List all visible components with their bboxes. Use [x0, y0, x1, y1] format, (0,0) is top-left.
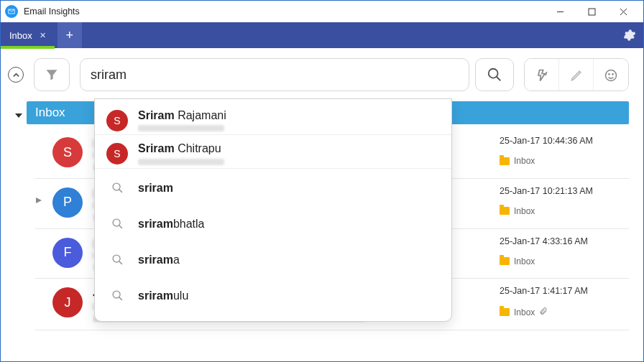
- search-area: [80, 58, 514, 91]
- suggestion-term[interactable]: srirambhatla: [95, 206, 451, 242]
- svg-marker-9: [15, 113, 22, 118]
- suggestion-text: sriramulu: [138, 289, 188, 302]
- suggestion-text: srirambhatla: [138, 218, 205, 231]
- section-collapse-toggle[interactable]: [15, 109, 22, 116]
- search-button[interactable]: [475, 58, 514, 91]
- folder-icon: [500, 257, 510, 265]
- content-area: Inbox S 25-Jan-17 10:44:36 AMInboxP t, o…: [1, 98, 643, 361]
- suggestion-subtext: [138, 125, 224, 131]
- svg-point-8: [612, 74, 613, 75]
- app-window: Email Insights Inbox ✕ +: [0, 0, 644, 362]
- suggestion-subtext: [138, 159, 224, 165]
- search-icon: [106, 213, 128, 235]
- svg-point-4: [489, 69, 498, 78]
- email-meta: 25-Jan-17 4:33:16 AMInbox: [500, 236, 629, 266]
- svg-point-6: [606, 70, 617, 81]
- suggestion-contact[interactable]: SSriram Chitrapu: [95, 136, 451, 168]
- svg-line-18: [119, 297, 121, 300]
- tab-label: Inbox: [9, 30, 32, 41]
- plus-icon: +: [66, 29, 74, 42]
- search-input-box[interactable]: [80, 58, 469, 91]
- search-icon: [487, 67, 502, 83]
- funnel-icon: [45, 68, 59, 82]
- avatar: S: [52, 137, 83, 167]
- suggestion-term[interactable]: srirama: [95, 242, 451, 278]
- expand-toggle[interactable]: [35, 186, 42, 203]
- chevron-up-icon: [13, 72, 19, 78]
- action-group: [524, 58, 629, 91]
- svg-rect-1: [589, 9, 595, 15]
- attachment-icon: [539, 306, 548, 318]
- suggestion-text: srirama: [138, 254, 180, 266]
- svg-point-13: [113, 219, 120, 226]
- svg-line-16: [119, 261, 121, 264]
- app-icon: [5, 5, 18, 18]
- window-maximize-button[interactable]: [576, 1, 607, 22]
- folder-icon: [500, 308, 510, 316]
- smiley-icon: [604, 68, 618, 83]
- sync-button[interactable]: [525, 59, 559, 91]
- email-meta: 25-Jan-17 1:41:17 AMInbox: [500, 286, 629, 318]
- back-button[interactable]: [8, 67, 24, 83]
- suggestion-text-wrap: Sriram Rajamani: [138, 109, 226, 131]
- filter-button[interactable]: [34, 58, 70, 91]
- app-title: Email Insights: [24, 6, 80, 17]
- compose-button[interactable]: [559, 59, 594, 91]
- email-folder: Inbox: [500, 156, 629, 166]
- svg-line-14: [119, 226, 121, 228]
- search-icon: [106, 177, 128, 199]
- svg-line-12: [119, 190, 121, 192]
- email-folder: Inbox: [500, 306, 629, 318]
- email-meta: 25-Jan-17 10:21:13 AMInbox: [500, 186, 629, 216]
- titlebar: Email Insights: [1, 1, 643, 22]
- svg-point-11: [113, 183, 120, 190]
- email-time: 25-Jan-17 4:33:16 AM: [500, 236, 629, 246]
- search-input[interactable]: [91, 68, 459, 83]
- email-time: 25-Jan-17 1:41:17 AM: [500, 286, 629, 296]
- suggestion-term[interactable]: sriramulu: [95, 278, 451, 314]
- suggestion-contact[interactable]: SSriram Rajamani: [95, 103, 451, 135]
- pencil-icon: [569, 68, 584, 83]
- avatar-icon: S: [106, 143, 128, 164]
- search-icon: [106, 285, 128, 307]
- search-icon: [106, 249, 128, 271]
- tab-close-icon[interactable]: ✕: [40, 31, 46, 40]
- email-folder: Inbox: [500, 206, 629, 216]
- tabs-bar: Inbox ✕ +: [1, 22, 643, 48]
- avatar-icon: S: [106, 110, 128, 131]
- email-time: 25-Jan-17 10:44:36 AM: [500, 136, 629, 146]
- window-minimize-button[interactable]: [544, 1, 576, 22]
- tab-inbox[interactable]: Inbox ✕: [1, 22, 55, 48]
- email-meta: 25-Jan-17 10:44:36 AMInbox: [500, 136, 629, 166]
- svg-line-5: [497, 77, 501, 81]
- gear-icon: [623, 29, 636, 42]
- expand-spacer: [35, 236, 42, 248]
- svg-point-7: [609, 74, 610, 75]
- settings-button[interactable]: [623, 22, 636, 48]
- email-folder: Inbox: [500, 256, 629, 266]
- avatar: F: [52, 238, 83, 268]
- svg-point-15: [113, 255, 120, 262]
- folder-icon: [500, 207, 510, 215]
- avatar: P: [52, 187, 83, 218]
- avatar: J: [52, 287, 83, 317]
- folder-icon: [500, 157, 510, 165]
- lightning-icon: [535, 68, 549, 83]
- expand-spacer: [35, 136, 42, 147]
- suggestion-text: sriram: [138, 182, 173, 195]
- suggestion-text: Sriram Chitrapu: [138, 142, 224, 155]
- email-time: 25-Jan-17 10:21:13 AM: [500, 186, 629, 196]
- svg-point-17: [113, 291, 120, 298]
- suggestion-term[interactable]: sriram: [95, 170, 451, 206]
- tab-add-button[interactable]: +: [58, 22, 82, 48]
- emoji-button[interactable]: [594, 59, 628, 91]
- expand-spacer: [35, 286, 42, 297]
- window-close-button[interactable]: [607, 1, 639, 22]
- caret-down-icon: [15, 112, 22, 119]
- svg-marker-10: [36, 198, 42, 203]
- search-suggestions-dropdown: SSriram RajamaniSSriram Chitrapusriramsr…: [94, 98, 452, 322]
- suggestion-text: Sriram Rajamani: [138, 109, 226, 122]
- suggestion-text-wrap: Sriram Chitrapu: [138, 142, 224, 164]
- toolbar: [1, 48, 643, 98]
